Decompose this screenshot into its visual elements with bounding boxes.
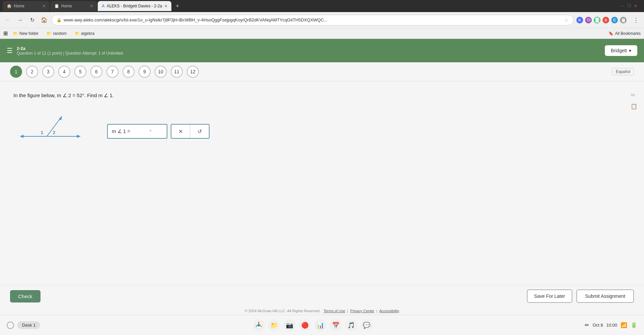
tab-home-1[interactable]: 🏠 Home ✕ [3, 1, 50, 11]
app7-icon[interactable]: 🎵 [345, 319, 357, 331]
ext-shield[interactable]: 🛡 [585, 17, 592, 23]
ext-s[interactable]: S [602, 17, 609, 23]
forward-button[interactable]: → [15, 15, 25, 25]
folder-random-icon: 📁 [47, 31, 52, 36]
section-title: 2-2a [17, 46, 123, 51]
undo-button[interactable]: ↺ [190, 125, 209, 138]
app8-icon[interactable]: 💬 [360, 319, 373, 331]
bookmark-algebra[interactable]: 📁 algebra [72, 30, 97, 37]
svg-text:1: 1 [41, 130, 43, 135]
home1-favicon: 🏠 [7, 4, 12, 8]
figure-area: 1 2 m ∠ 1 = ° ✕ [13, 110, 631, 153]
notepad-icon[interactable]: 📋 [631, 103, 637, 110]
ext-copy[interactable]: 📋 [620, 17, 627, 23]
taskbar-apps: 📁 📷 🔴 📊 📅 🎵 💬 [253, 319, 373, 331]
aleks-app: ☰ 2-2a Question 1 of 12 (1 point) | Ques… [0, 39, 644, 315]
bookmark-new-folder[interactable]: 📁 New folder [10, 30, 41, 37]
aleks-header: ☰ 2-2a Question 1 of 12 (1 point) | Ques… [0, 39, 644, 62]
taskbar-left: Desk 1 [7, 321, 40, 329]
all-bookmarks[interactable]: 🔖 All Bookmarks [609, 31, 641, 36]
desk-pill[interactable]: Desk 1 [17, 321, 40, 329]
answer-area: m ∠ 1 = ° ✕ ↺ [107, 124, 210, 139]
question-nav: 1 2 3 4 5 6 [10, 66, 199, 78]
home2-favicon: 📋 [54, 4, 59, 8]
folder-icon: 📁 [13, 31, 18, 36]
restore-button[interactable]: ❐ [627, 4, 631, 8]
hamburger-icon[interactable]: ☰ [7, 47, 13, 55]
ext-k[interactable]: K [576, 17, 583, 23]
minimize-button[interactable]: — [620, 4, 625, 8]
user-name: Bridgett [611, 48, 627, 53]
user-menu-button[interactable]: Bridgett ▾ [605, 45, 637, 56]
tab-home-1-close[interactable]: ✕ [43, 4, 46, 8]
tab-home-1-label: Home [14, 4, 24, 8]
tab-home-2-label: Home [61, 4, 72, 8]
question-6[interactable]: 6 [90, 66, 102, 78]
question-1[interactable]: 1 [10, 66, 22, 78]
question-12[interactable]: 12 [187, 66, 199, 78]
app5-icon[interactable]: 📊 [314, 319, 326, 331]
terms-link[interactable]: Terms of Use [323, 309, 345, 313]
clear-button[interactable]: ✕ [171, 125, 190, 138]
question-9[interactable]: 9 [139, 66, 151, 78]
app3-icon[interactable]: 📷 [284, 319, 296, 331]
menu-button[interactable]: ⋮ [631, 15, 641, 25]
tab-aleks[interactable]: A ALEKS - Bridgett Davies - 2-2a ✕ [98, 1, 171, 11]
taskbar-time: 10:00 [606, 323, 617, 328]
home-nav-button[interactable]: 🏠 [39, 15, 49, 25]
reload-button[interactable]: ↻ [27, 15, 37, 25]
tab-aleks-label: ALEKS - Bridgett Davies - 2-2a [107, 4, 162, 8]
question-11[interactable]: 11 [171, 66, 183, 78]
question-5[interactable]: 5 [74, 66, 86, 78]
taskbar-right: ✏ Oct 8 10:00 📶 🔋 [585, 322, 637, 328]
apps-icon[interactable]: ⊞ [3, 30, 8, 37]
star-icon[interactable]: ☆ [564, 17, 569, 23]
save-later-button[interactable]: Save For Later [527, 289, 573, 303]
accessibility-link[interactable]: Accessibility [379, 309, 399, 313]
bookmarks-bar: ⊞ 📁 New folder 📁 random 📁 algebra 🔖 All … [0, 28, 644, 39]
main-content: In the figure below, m ∠ 2 = 52°. Find m… [0, 81, 644, 285]
question-2[interactable]: 2 [26, 66, 38, 78]
new-tab-button[interactable]: + [172, 1, 183, 11]
lock-icon: 🔒 [57, 18, 62, 22]
submit-assignment-button[interactable]: Submit Assignment [576, 289, 634, 303]
infinity-icon[interactable]: ∞ [631, 91, 637, 98]
question-info: Question 1 of 12 (1 point) | Question At… [17, 51, 123, 56]
ext-c[interactable]: C [611, 17, 618, 23]
bookmark-algebra-label: algebra [81, 31, 94, 36]
nav-bar: ← → ↻ 🏠 🔒 www-awy.aleks.com/alekscgi/x/l… [0, 12, 644, 28]
tab-home-2[interactable]: 📋 Home ✕ [50, 1, 97, 11]
back-button[interactable]: ← [3, 15, 13, 25]
check-button[interactable]: Check [10, 290, 41, 303]
files-icon[interactable]: 📁 [268, 319, 280, 331]
espanol-button[interactable]: Español [612, 68, 634, 75]
question-3[interactable]: 3 [42, 66, 54, 78]
wifi-icon[interactable]: 📶 [621, 322, 627, 328]
ext-bookmark[interactable]: 📑 [594, 17, 600, 23]
tab-aleks-close[interactable]: ✕ [164, 4, 167, 8]
app4-icon[interactable]: 🔴 [299, 319, 311, 331]
header-info: 2-2a Question 1 of 12 (1 point) | Questi… [17, 46, 123, 56]
question-10[interactable]: 10 [155, 66, 167, 78]
question-7[interactable]: 7 [106, 66, 118, 78]
privacy-link[interactable]: Privacy Center [350, 309, 374, 313]
close-button[interactable]: ✕ [633, 4, 638, 8]
angle-answer-input[interactable] [132, 129, 149, 134]
svg-point-8 [257, 324, 260, 327]
address-bar[interactable]: 🔒 www-awy.aleks.com/alekscgi/x/lsl.exe/1… [52, 15, 574, 25]
question-8[interactable]: 8 [123, 66, 135, 78]
url-text: www-awy.aleks.com/alekscgi/x/lsl.exe/1o_… [64, 17, 562, 22]
pencil-icon[interactable]: ✏ [585, 322, 589, 328]
question-4[interactable]: 4 [58, 66, 70, 78]
chrome-icon[interactable] [253, 319, 265, 331]
undo-icon: ↺ [197, 128, 202, 135]
degree-symbol: ° [150, 129, 151, 134]
extension-icons: K 🛡 📑 S C 📋 [576, 17, 627, 23]
bookmark-random[interactable]: 📁 random [44, 30, 69, 37]
bookmark-icon: 🔖 [609, 31, 614, 36]
footer-area: Check Save For Later Submit Assignment [0, 285, 644, 307]
tab-home-2-close[interactable]: ✕ [90, 4, 93, 8]
angle-figure: 1 2 [13, 110, 87, 153]
battery-icon: 🔋 [631, 322, 637, 328]
app6-icon[interactable]: 📅 [330, 319, 342, 331]
